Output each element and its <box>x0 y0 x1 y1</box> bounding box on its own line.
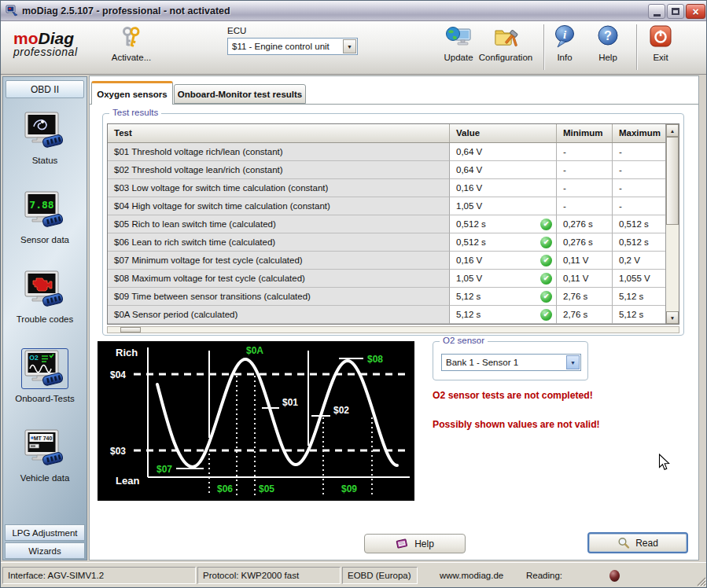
close-button[interactable]: × <box>686 4 705 19</box>
value-cell: 5,12 s✔ <box>450 306 557 324</box>
table-row[interactable]: $06 Lean to rich switch time (calculated… <box>108 233 679 252</box>
minimize-button[interactable] <box>648 4 665 19</box>
value-cell: 0,512 s✔ <box>450 233 557 252</box>
help-button-toolbar[interactable]: ? Help <box>589 24 627 72</box>
column-header-test[interactable]: Test <box>108 124 450 142</box>
table-row[interactable]: $03 Low voltage for switch time calculat… <box>108 179 679 197</box>
pass-check-icon: ✔ <box>540 273 552 285</box>
minimum-cell: 0,11 V <box>557 252 613 270</box>
sidebar-item-trouble-codes[interactable]: Trouble codes <box>3 269 87 324</box>
configuration-icon <box>492 24 520 52</box>
exit-button[interactable]: Exit <box>644 24 677 72</box>
svg-text:$01: $01 <box>282 397 298 408</box>
arrow-down-icon: ▼ <box>670 315 675 321</box>
warning-values-not-valid: Possibly shown values are not valid! <box>433 419 692 431</box>
sidebar-button-wizards[interactable]: Wizards <box>5 542 85 559</box>
table-row[interactable]: $05 Rich to lean switch time (calculated… <box>108 215 679 233</box>
pass-check-icon: ✔ <box>540 309 552 321</box>
test-results-table: Test Value Minimum Maximum $01 Threshold… <box>107 123 679 325</box>
test-cell: $03 Low voltage for switch time calculat… <box>108 179 450 197</box>
info-label: Info <box>557 53 572 62</box>
svg-text:$04: $04 <box>110 369 126 380</box>
update-label: Update <box>444 53 473 62</box>
table-row[interactable]: $01 Threshold voltage rich/lean (constan… <box>108 143 679 161</box>
info-icon: i <box>551 24 578 52</box>
test-cell: $04 High voltage for switch time calcula… <box>108 197 450 215</box>
pass-check-icon: ✔ <box>540 291 552 303</box>
table-row[interactable]: $07 Minimum voltage for test cycle (calc… <box>108 252 679 270</box>
column-header-maximum[interactable]: Maximum <box>613 124 667 142</box>
svg-text:$09: $09 <box>341 483 357 494</box>
table-header: Test Value Minimum Maximum <box>108 124 679 143</box>
sidebar-item-label: Trouble codes <box>3 314 87 324</box>
logo-subtitle: professional <box>13 46 78 58</box>
scroll-up-button[interactable]: ▲ <box>666 124 679 137</box>
help-label-toolbar: Help <box>598 53 617 62</box>
help-button[interactable]: Help <box>364 534 466 553</box>
column-header-minimum[interactable]: Minimum <box>557 124 613 142</box>
minimum-cell: - <box>557 143 613 161</box>
resize-grip[interactable] <box>696 576 706 586</box>
test-cell: $08 Maximum voltage for test cycle (calc… <box>108 270 450 288</box>
sidebar-item-sensor-data[interactable]: 7.88 Sensor data <box>3 189 87 244</box>
logo-diag: Diag <box>39 29 75 47</box>
maximize-button[interactable] <box>667 4 684 19</box>
ecu-select[interactable]: $11 - Engine control unit ▼ <box>227 38 358 55</box>
scroll-down-button[interactable]: ▼ <box>666 311 679 324</box>
svg-text:$08: $08 <box>367 354 383 365</box>
scrollbar-thumb[interactable] <box>666 137 679 225</box>
test-results-groupbox: Test results Test Value Minimum Maximum … <box>102 113 684 336</box>
titlebar[interactable]: moDiag 2.5.107 - professional - not acti… <box>1 1 707 21</box>
sidebar-button-lpg-adjustment[interactable]: LPG Adjustment <box>5 524 85 541</box>
app-window: moDiag 2.5.107 - professional - not acti… <box>0 0 707 588</box>
app-logo: moDiag professional <box>13 29 78 58</box>
svg-text:MT 740: MT 740 <box>34 435 53 441</box>
value-cell: 0,64 V✔ <box>450 143 557 161</box>
test-cell: $07 Minimum voltage for test cycle (calc… <box>108 252 450 270</box>
magnifier-icon <box>617 537 630 549</box>
svg-text:$06: $06 <box>217 483 233 494</box>
sidebar-header-obd2[interactable]: OBD II <box>6 80 84 98</box>
sidebar-item-label: Status <box>3 156 87 165</box>
table-row[interactable]: $09 Time between sensor transitions (cal… <box>108 288 679 306</box>
configuration-button[interactable]: Configuration <box>473 24 539 72</box>
sidebar-item-onboard-tests[interactable]: O2 Onboard-Tests <box>3 348 87 403</box>
activate-button[interactable]: Activate... <box>101 24 161 72</box>
tab-onboard-monitor-test-results[interactable]: Onboard-Monitor test results <box>174 84 306 104</box>
test-cell: $06 Lean to rich switch time (calculated… <box>108 233 450 252</box>
horizontal-scrollbar[interactable] <box>107 326 679 333</box>
close-icon: × <box>692 6 698 17</box>
table-row[interactable]: $0A Sensor period (calculated)5,12 s✔2,7… <box>108 306 679 324</box>
table-row[interactable]: $04 High voltage for switch time calcula… <box>108 197 679 215</box>
arrow-up-icon: ▲ <box>670 128 675 134</box>
svg-text:$03: $03 <box>110 446 126 457</box>
sidebar-item-vehicle-data[interactable]: MT 740 Vehicle data <box>3 428 87 483</box>
tab-oxygen-sensors[interactable]: Oxygen sensors <box>91 81 173 105</box>
column-header-value[interactable]: Value <box>450 124 557 142</box>
o2-sensor-legend: O2 sensor <box>440 336 488 345</box>
statusbar-interface: Interface: AGV-SIMV1.2 <box>2 567 196 584</box>
table-row[interactable]: $08 Maximum voltage for test cycle (calc… <box>108 270 679 288</box>
maximum-cell: 1,055 V <box>613 270 667 288</box>
info-button[interactable]: i Info <box>547 24 583 72</box>
ecu-dropdown-button[interactable]: ▼ <box>343 39 356 53</box>
statusbar-reading-label: Reading: <box>526 567 562 584</box>
vertical-scrollbar[interactable]: ▲ ▼ <box>665 124 679 324</box>
sidebar-item-label: Vehicle data <box>3 473 87 483</box>
svg-text:7.88: 7.88 <box>29 199 53 211</box>
sidebar-item-status[interactable]: Status <box>3 110 87 165</box>
vehicle-data-icon: MT 740 <box>21 428 68 469</box>
test-cell: $02 Threshold voltage lean/rich (constan… <box>108 161 450 179</box>
table-row[interactable]: $02 Threshold voltage lean/rich (constan… <box>108 161 679 179</box>
read-button[interactable]: Read <box>587 532 688 553</box>
maximum-cell: - <box>613 161 667 179</box>
value-cell: 1,05 V✔ <box>450 197 557 215</box>
window-title: moDiag 2.5.107 - professional - not acti… <box>22 6 230 17</box>
help-book-icon <box>396 538 409 549</box>
minimum-cell: - <box>557 197 613 215</box>
maximum-cell: 5,12 s <box>613 288 667 306</box>
o2-sensor-dropdown-button[interactable]: ▼ <box>566 355 580 369</box>
o2-sensor-select[interactable]: Bank 1 - Sensor 1 ▼ <box>441 354 581 371</box>
horizontal-scrollbar-thumb[interactable] <box>120 327 141 333</box>
read-button-label: Read <box>635 538 658 549</box>
